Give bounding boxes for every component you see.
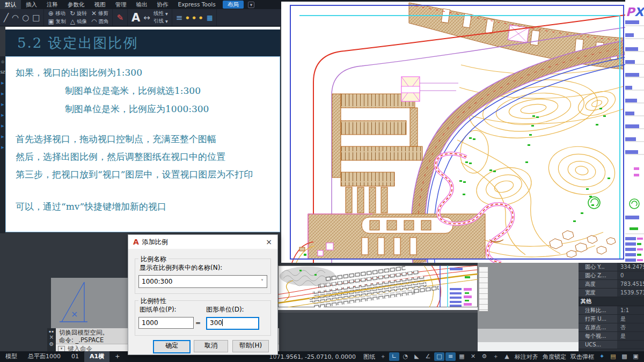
leader-tool[interactable]: 引线 ▾	[153, 18, 168, 25]
geo-icon[interactable]: ✦	[597, 352, 607, 361]
property-value[interactable]: 783.4515	[617, 280, 644, 288]
rotate-tool[interactable]: ↻旋转	[70, 10, 87, 17]
site-plan-drawing	[281, 2, 625, 263]
angle-lock-toggle[interactable]: 角度锁定	[540, 353, 568, 361]
copy-tool[interactable]: ▣复制	[48, 18, 65, 25]
property-value[interactable]: 0	[617, 271, 644, 279]
isodraft-icon[interactable]: ◣	[412, 352, 422, 361]
image-icon[interactable]: ▩	[619, 352, 630, 361]
dialog-title: 添加比例	[142, 238, 168, 247]
copy-icon: ▣	[48, 18, 54, 25]
polar-tracking-icon[interactable]: ◔	[400, 352, 411, 361]
ribbon-tab-annotate[interactable]: 注释	[42, 0, 63, 9]
ribbon-tab-manage[interactable]: 管理	[111, 0, 131, 9]
linear-dim-tool[interactable]: 线性 ▾	[153, 10, 168, 17]
property-value[interactable]: 1539.5733	[617, 289, 644, 297]
chevron-down-icon[interactable]: ˅	[258, 279, 267, 285]
arc-tool-icon[interactable]: ◠	[12, 13, 19, 23]
move-icon: ⊕	[48, 10, 54, 17]
dim-align-toggle[interactable]: 标注对齐	[513, 353, 540, 361]
layers-icon[interactable]: ≡	[176, 13, 183, 23]
property-value[interactable]: 334.2479	[617, 263, 644, 271]
property-value[interactable]: 是	[617, 332, 644, 340]
pencil-icon[interactable]: ✎	[116, 13, 123, 23]
fullscreen-icon[interactable]: ▣	[631, 352, 641, 361]
trim-tool[interactable]: ✕修剪	[91, 10, 108, 17]
property-row: 注释比... 1:1	[579, 306, 644, 315]
move-tool[interactable]: ⊕移动	[48, 10, 65, 17]
site-plan-thumbnail[interactable]	[278, 265, 478, 313]
double-click-toggle[interactable]: 双击弹框	[568, 353, 596, 361]
close-icon[interactable]: ×	[49, 334, 54, 340]
layout-viewport-preview[interactable]	[51, 278, 141, 329]
drawing-units-input[interactable]: 300	[206, 317, 259, 330]
slide-line: 制图单位是米，比例应为1000:300	[65, 103, 209, 115]
line-tool-icon[interactable]: ╱	[4, 13, 9, 23]
legend-margin: PX	[625, 0, 644, 263]
ribbon-tab-output[interactable]: 输出	[131, 0, 152, 9]
cancel-button[interactable]: 取消	[194, 340, 228, 352]
object-snap-icon[interactable]: □	[434, 352, 444, 361]
scale-properties-group: 比例特性 图纸单位(P): 图形单位(D): 1000 = 300	[135, 300, 271, 336]
layer-bulbs-icon[interactable]: ● ● ●	[186, 16, 203, 20]
legend-bars	[625, 20, 639, 262]
command-grip[interactable]: ▪▪ × ⚙	[47, 328, 56, 353]
dialog-titlebar[interactable]: A 添加比例 ×	[128, 235, 277, 249]
text-tool-icon[interactable]: A	[131, 11, 140, 24]
property-value[interactable]	[617, 341, 644, 349]
property-label: 圆心 Y...	[579, 263, 617, 271]
dark-canvas-gap	[278, 313, 478, 351]
angle-icon[interactable]: ∠	[423, 352, 433, 361]
osnap-settings-icon[interactable]: ≡	[445, 352, 456, 361]
mirror-tool[interactable]: △镜像	[70, 18, 87, 25]
trim-icon: ✕	[91, 10, 97, 17]
cad-drawing-canvas[interactable]	[281, 2, 625, 263]
ribbon-tab-view[interactable]: 视图	[90, 0, 111, 9]
rectangle-tool-icon[interactable]: □	[32, 13, 40, 23]
fillet-tool[interactable]: ◠圆角	[91, 18, 108, 25]
ribbon-tab-layout[interactable]: 布局	[223, 1, 244, 9]
crosshair-icon[interactable]: ＋	[491, 352, 501, 361]
infer-constraints-icon[interactable]: ＋	[378, 352, 388, 361]
snap-icon[interactable]: ∟	[389, 352, 399, 361]
close-icon[interactable]: ×	[260, 235, 277, 249]
layout-icon[interactable]: ▤	[608, 352, 618, 361]
tab-a1-landscape[interactable]: A1横	[84, 351, 109, 362]
marker-icon: ▶	[0, 110, 5, 121]
tab-siteplan1000[interactable]: 总平面1000	[23, 351, 66, 362]
layer-panel-icon[interactable]: ▦	[207, 14, 213, 21]
ribbon-tab-insert[interactable]: 插入	[21, 0, 42, 9]
help-button[interactable]: 帮助(H)	[232, 340, 269, 352]
background-app-sliver: ◎ SZ ▶ ▶ ▶ ▶ ▶ ▶ ▶	[0, 56, 5, 233]
cursor-coordinates: 1071.9561, -25.0710, 0.0000	[269, 353, 356, 360]
gear-icon[interactable]: ⚙	[479, 352, 489, 361]
slide-line: 如果，视口的出图比例为1:300	[16, 67, 142, 79]
property-value[interactable]: 否	[617, 323, 644, 331]
property-value[interactable]: 是	[617, 315, 644, 323]
sliver-label: SZ	[0, 67, 5, 78]
property-value[interactable]: 1:1	[617, 306, 644, 314]
annotation-icon[interactable]: ✕	[468, 352, 478, 361]
paper-model-toggle[interactable]: 图纸	[361, 353, 377, 361]
ribbon-display-toggle-icon[interactable]: ▾	[248, 2, 255, 8]
ribbon-tab-parametric[interactable]: 参数化	[63, 0, 90, 9]
command-options-icon[interactable]: ▾	[58, 346, 65, 352]
tab-01[interactable]: 01	[66, 351, 84, 362]
tab-model[interactable]: 模型	[0, 351, 23, 362]
circle-tool-icon[interactable]: ○	[22, 13, 29, 23]
wrench-icon[interactable]: ⚙	[49, 341, 54, 347]
ok-button[interactable]: 确定	[153, 340, 191, 353]
paper-units-input[interactable]: 1000	[138, 317, 194, 329]
property-section-header[interactable]: 其他	[579, 297, 644, 306]
workspace-icon[interactable]: ▲	[502, 352, 512, 361]
ribbon-tab-express[interactable]: Express Tools	[173, 0, 221, 9]
ribbon-tab-collaborate[interactable]: 协作	[152, 0, 173, 9]
scale-name-combobox[interactable]: 1000:300 ˅	[138, 275, 267, 288]
layout-strip-light	[478, 342, 579, 351]
property-row: 打开 U... 是	[579, 315, 644, 323]
dimension-icon[interactable]: ↔	[143, 13, 150, 23]
legend-magenta-items	[634, 167, 643, 261]
new-layout-tab[interactable]: +	[109, 351, 125, 362]
grid-icon[interactable]: ▦	[457, 352, 467, 361]
ribbon-tab-default[interactable]: 默认	[0, 0, 21, 9]
